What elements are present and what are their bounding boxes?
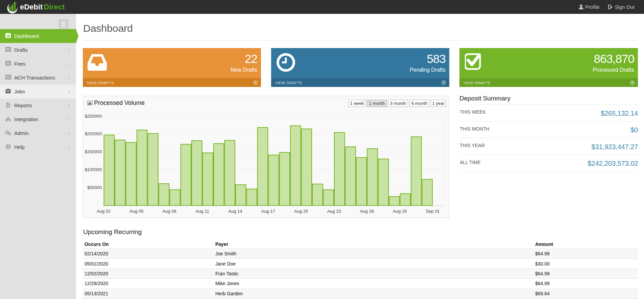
svg-text:$100000: $100000 (85, 167, 102, 172)
svg-text:$250000: $250000 (85, 114, 102, 119)
svg-text:$150000: $150000 (85, 149, 102, 154)
svg-text:Aug 20: Aug 20 (294, 209, 308, 214)
svg-text:Aug 08: Aug 08 (163, 209, 176, 214)
svg-text:Sep 01: Sep 01 (426, 209, 439, 214)
svg-text:Aug 17: Aug 17 (261, 209, 275, 214)
svg-text:Aug 23: Aug 23 (327, 209, 341, 214)
svg-text:Aug 05: Aug 05 (129, 209, 143, 214)
svg-text:$200000: $200000 (85, 131, 102, 136)
svg-text:Aug 14: Aug 14 (228, 209, 242, 214)
svg-text:Aug 02: Aug 02 (97, 209, 111, 214)
svg-text:Aug 11: Aug 11 (195, 209, 209, 214)
svg-text:Aug 29: Aug 29 (393, 209, 407, 214)
svg-text:$50000: $50000 (87, 185, 102, 190)
svg-text:Aug 26: Aug 26 (360, 209, 374, 214)
